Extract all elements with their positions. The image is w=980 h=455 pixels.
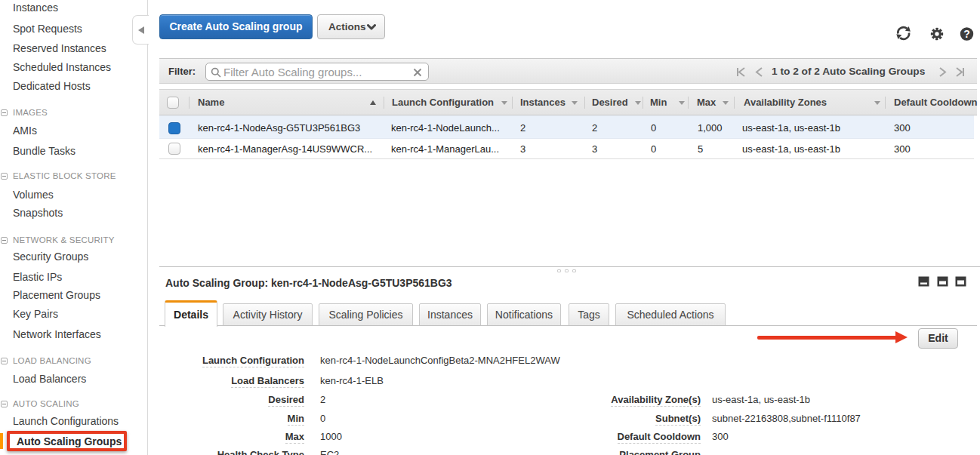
svg-text:?: ?: [963, 28, 970, 40]
